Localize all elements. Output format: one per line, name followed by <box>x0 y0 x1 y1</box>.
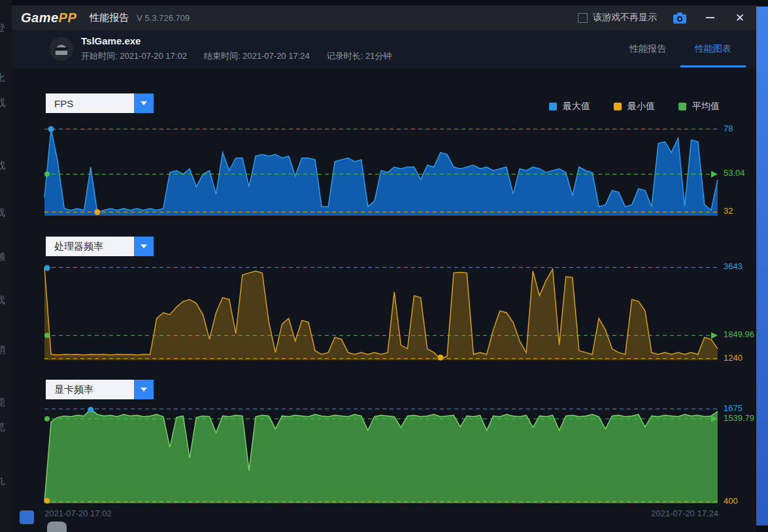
legend-label: 平均值 <box>692 101 720 112</box>
dropdown-button[interactable] <box>134 380 154 399</box>
background-text-fragment: 览 <box>0 421 5 433</box>
dont-show-again-checkbox[interactable]: 该游戏不再显示 <box>578 12 657 24</box>
cpu-avg-label: 1849.96 <box>724 329 754 339</box>
gpu-min-label: 400 <box>724 496 738 506</box>
metric-selector-cpu-frequency[interactable]: 处理器频率 <box>46 237 154 256</box>
background-text-fragment: 登 <box>0 22 5 35</box>
camera-icon <box>673 12 686 24</box>
selector-value: FPS <box>46 93 134 113</box>
background-text-fragment: 丸 <box>0 474 5 487</box>
checkbox-label: 该游戏不再显示 <box>593 12 657 24</box>
legend-label: 最大值 <box>563 101 590 112</box>
taskbar-icon-fragment <box>47 522 67 532</box>
fps-max-label: 78 <box>724 124 733 133</box>
session-info: 开始时间: 2021-07-20 17:02 结束时间: 2021-07-20 … <box>81 50 392 62</box>
minimize-button[interactable] <box>703 11 717 24</box>
window-title: 性能报告 <box>90 12 129 24</box>
legend-label: 最小值 <box>627 101 655 112</box>
background-text-fragment: 战 <box>0 159 5 172</box>
process-name: TslGame.exe <box>81 35 392 46</box>
taskbar-icon-fragment <box>20 510 34 524</box>
duration-info: 记录时长: 21分钟 <box>327 50 392 62</box>
legend-swatch <box>614 103 622 110</box>
background-text-fragment: 戏 <box>0 207 5 219</box>
end-time-info: 结束时间: 2021-07-20 17:24 <box>204 50 310 62</box>
metric-selector-gpu-frequency[interactable]: 显卡频率 <box>46 380 154 399</box>
background-text-fragment: 獭 <box>0 251 5 263</box>
logo-game-text: Game <box>21 10 59 25</box>
chevron-down-icon <box>141 388 147 391</box>
chevron-down-icon <box>141 101 147 105</box>
legend-item-min: 最小值 <box>614 101 655 112</box>
close-button[interactable]: ✕ <box>733 11 747 24</box>
tab-performance-report[interactable]: 性能报告 <box>615 30 680 67</box>
minimize-icon <box>706 17 714 18</box>
background-window-edge: 登比战战戏獭戏鞘能览丸 <box>0 0 12 532</box>
logo-pp-text: PP <box>59 10 77 25</box>
report-header: TslGame.exe 开始时间: 2021-07-20 17:02 结束时间:… <box>12 30 756 68</box>
background-text-fragment: 能 <box>0 396 5 408</box>
background-strip <box>756 7 768 525</box>
title-bar[interactable]: GamePP 性能报告 V 5.3.726.709 该游戏不再显示 <box>12 5 756 30</box>
tabs: 性能报告 性能图表 <box>615 30 746 67</box>
game-info: TslGame.exe 开始时间: 2021-07-20 17:02 结束时间:… <box>81 35 392 62</box>
gpu-frequency-chart: 1675 1539.79 400 <box>44 407 718 503</box>
tab-performance-chart[interactable]: 性能图表 <box>680 30 746 67</box>
dropdown-button[interactable] <box>134 237 154 256</box>
titlebar-controls: 该游戏不再显示 ✕ <box>578 11 747 24</box>
checkbox-box <box>578 13 588 23</box>
cpu-frequency-chart: 3643 1849.96 1240 <box>44 265 718 360</box>
metric-selector-fps[interactable]: FPS <box>46 93 154 113</box>
background-text-fragment: 战 <box>0 97 5 109</box>
gpu-max-label: 1675 <box>724 403 743 413</box>
background-text-fragment: 鞘 <box>0 344 5 356</box>
version-label: V 5.3.726.709 <box>137 13 190 23</box>
screenshot-camera-button[interactable] <box>673 11 687 24</box>
background-text-fragment: 戏 <box>0 294 5 307</box>
selector-value: 处理器频率 <box>46 237 134 256</box>
screen: 登比战战戏獭戏鞘能览丸 GamePP 性能报告 V 5.3.726.709 该游… <box>0 0 768 532</box>
selector-value: 显卡频率 <box>46 380 134 399</box>
legend-swatch <box>678 103 686 110</box>
fps-avg-label: 53.04 <box>724 168 745 178</box>
dropdown-button[interactable] <box>134 93 154 113</box>
chart-end-time: 2021-07-20 17:24 <box>651 508 718 518</box>
legend-item-max: 最大值 <box>549 101 590 112</box>
chart-start-time: 2021-07-20 17:02 <box>44 508 112 518</box>
background-text-fragment: 比 <box>0 72 5 84</box>
gpu-avg-label: 1539.79 <box>724 413 754 423</box>
legend-item-avg: 平均值 <box>678 101 720 112</box>
game-icon <box>50 37 73 61</box>
legend-swatch <box>549 103 557 110</box>
chevron-down-icon <box>141 244 147 248</box>
fps-chart: 78 53.04 32 <box>44 125 718 216</box>
start-time-info: 开始时间: 2021-07-20 17:02 <box>81 50 187 62</box>
gamepp-logo: GamePP <box>21 10 76 25</box>
cpu-min-label: 1240 <box>724 353 743 363</box>
legend: 最大值 最小值 平均值 <box>549 101 720 112</box>
fps-min-label: 32 <box>724 206 733 216</box>
gamepp-report-window: GamePP 性能报告 V 5.3.726.709 该游戏不再显示 <box>12 5 756 532</box>
cpu-max-label: 3643 <box>724 261 743 271</box>
